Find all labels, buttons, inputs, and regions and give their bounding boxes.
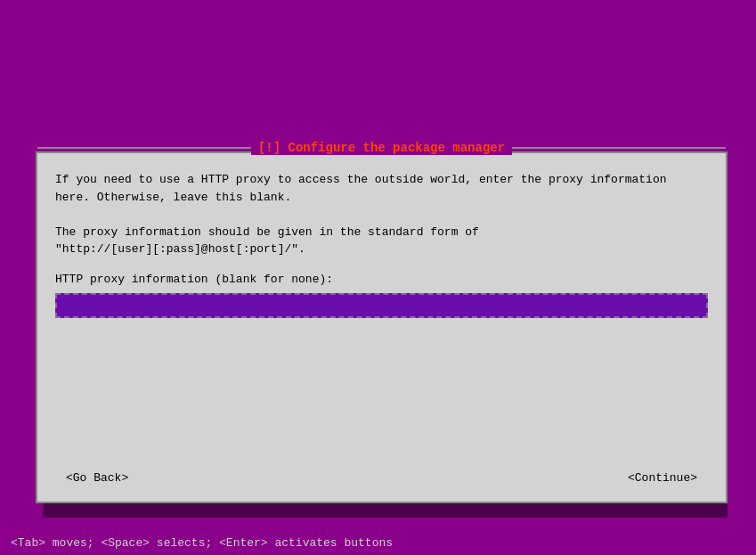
dialog-title: [!] Configure the package manager xyxy=(251,141,512,155)
button-row: <Go Back> <Continue> xyxy=(55,468,708,488)
dialog-content: If you need to use a HTTP proxy to acces… xyxy=(37,153,726,502)
description-block: If you need to use a HTTP proxy to acces… xyxy=(55,171,708,258)
desc-line2: here. Otherwise, leave this blank. xyxy=(55,189,708,207)
title-bar: [!] Configure the package manager xyxy=(37,141,726,155)
continue-button[interactable]: <Continue> xyxy=(617,468,708,488)
proxy-label: HTTP proxy information (blank for none): xyxy=(55,273,708,286)
dialog-window: [!] Configure the package manager If you… xyxy=(36,151,728,503)
proxy-input-container[interactable] xyxy=(55,293,708,318)
title-bar-line-right xyxy=(512,147,726,149)
desc-line5: "http://[user][:pass]@host[:port]/". xyxy=(55,241,708,258)
desc-line4: The proxy information should be given in… xyxy=(55,224,708,241)
proxy-input[interactable] xyxy=(57,295,706,316)
title-bar-line-left xyxy=(37,147,251,149)
status-bar: <Tab> moves; <Space> selects; <Enter> ac… xyxy=(0,530,756,555)
outer-container: [!] Configure the package manager If you… xyxy=(36,151,720,510)
go-back-button[interactable]: <Go Back> xyxy=(55,468,139,488)
status-text: <Tab> moves; <Space> selects; <Enter> ac… xyxy=(11,536,393,550)
desc-line1: If you need to use a HTTP proxy to acces… xyxy=(55,171,708,189)
